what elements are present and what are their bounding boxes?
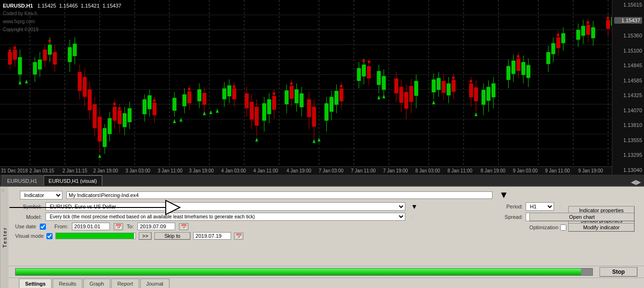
svg-rect-58: [88, 90, 91, 110]
bottom-progress-bar: [16, 269, 581, 275]
tab-prev-arrow[interactable]: ◀: [631, 178, 636, 186]
tab-report[interactable]: Report: [111, 279, 139, 288]
svg-rect-138: [324, 103, 328, 121]
svg-rect-116: [262, 103, 266, 121]
svg-rect-125: [290, 86, 294, 99]
chart-tab-1[interactable]: EURUSD,H1 (visual): [44, 175, 102, 186]
chart-symbol-title: EURUSD,H1 1.15425 1.15465 1.15421 1.1543…: [3, 3, 121, 9]
svg-rect-45: [48, 45, 52, 54]
svg-rect-193: [492, 83, 495, 97]
svg-rect-171: [432, 80, 436, 92]
svg-rect-130: [300, 93, 304, 107]
type-select[interactable]: Indicator Expert Advisor: [20, 191, 63, 199]
use-date-checkbox[interactable]: [40, 224, 46, 230]
svg-rect-65: [103, 128, 107, 147]
time-axis: 31 Dec 2018 2 Jan 03:15 2 Jan 11:15 2 Ja…: [0, 166, 612, 175]
close-button[interactable]: ✕: [1, 188, 5, 194]
svg-rect-149: [362, 64, 366, 76]
spread-label: Spread:: [505, 214, 523, 220]
tab-journal[interactable]: Journal: [140, 279, 170, 288]
symbol-dropdown-arrow[interactable]: ▼: [411, 203, 418, 210]
skip-to-date-input[interactable]: [193, 232, 231, 240]
svg-rect-73: [118, 107, 120, 109]
svg-rect-210: [556, 37, 560, 48]
svg-rect-39: [33, 62, 36, 74]
visual-mode-row: Visual mode >> Skip to 📅: [13, 232, 639, 240]
svg-rect-35: [18, 57, 22, 75]
visual-mode-label: Visual mode: [15, 233, 44, 239]
svg-rect-109: [245, 93, 249, 108]
period-select[interactable]: H1 M1 M5 M15 M30 H4 D1: [526, 202, 554, 211]
tab-results[interactable]: Results: [53, 279, 82, 288]
progress-bar-container: [55, 233, 136, 239]
from-calendar-button[interactable]: 📅: [114, 223, 123, 230]
tab-nav-arrows: ◀ ▶: [628, 178, 644, 186]
svg-rect-161: [394, 79, 398, 93]
dropdown-arrow-indicator[interactable]: ▼: [499, 189, 509, 200]
svg-rect-163: [399, 87, 403, 103]
chart-tab-0[interactable]: EURUSD,H1: [2, 175, 43, 186]
svg-rect-150: [362, 60, 365, 62]
tab-settings[interactable]: Settings: [19, 279, 52, 288]
svg-rect-46: [48, 40, 51, 42]
price-scale: 1.15615 1.15437 1.15360 1.15100 1.14845 …: [612, 0, 644, 175]
bottom-progress-row: Stop: [9, 266, 644, 278]
svg-rect-81: [148, 95, 152, 109]
svg-rect-169: [414, 81, 418, 96]
tab-next-arrow[interactable]: ▶: [636, 178, 641, 186]
tester-panel: Tester ✕ Indicator Expert Advisor ▼ Symb…: [0, 187, 644, 288]
model-row: Model: Every tick (the most precise meth…: [13, 213, 639, 221]
visual-mode-checkbox[interactable]: [46, 233, 53, 239]
model-select[interactable]: Every tick (the most precise method base…: [45, 213, 405, 221]
svg-rect-204: [527, 65, 530, 78]
tab-graph[interactable]: Graph: [83, 279, 110, 288]
period-dropdown-arrow[interactable]: ▼: [557, 203, 564, 210]
to-date-input[interactable]: [137, 223, 175, 230]
to-calendar-button[interactable]: 📅: [179, 223, 188, 230]
symbol-row: Symbol: EURUSD, Euro vs US Dollar ▼ Peri…: [13, 202, 639, 211]
period-label: Period:: [506, 204, 523, 209]
use-date-label: Use date: [15, 224, 36, 229]
skip-calendar-button[interactable]: 📅: [234, 233, 243, 240]
svg-rect-176: [442, 81, 446, 93]
svg-rect-220: [587, 21, 589, 24]
svg-rect-102: [222, 89, 226, 99]
svg-rect-206: [546, 52, 550, 64]
svg-rect-219: [586, 25, 590, 35]
svg-rect-33: [13, 47, 16, 49]
skip-to-button[interactable]: Skip to: [154, 232, 190, 240]
from-date-input[interactable]: [72, 223, 110, 230]
watermark-line3: Copyright ©2019: [3, 27, 38, 32]
svg-rect-111: [250, 102, 253, 120]
svg-rect-84: [153, 99, 155, 102]
symbol-select[interactable]: EURUSD, Euro vs US Dollar: [45, 202, 405, 211]
svg-rect-106: [233, 89, 236, 99]
svg-rect-29: [8, 52, 12, 64]
modify-indicator-button[interactable]: Modify indicator: [568, 223, 635, 232]
chart-info: EURUSD,H1 1.15425 1.15465 1.15421 1.1543…: [3, 2, 121, 34]
chart-area: EURUSD,H1 1.15425 1.15465 1.15421 1.1543…: [0, 0, 644, 175]
svg-rect-69: [113, 107, 116, 120]
stop-button[interactable]: Stop: [599, 267, 637, 277]
optimization-checkbox[interactable]: [560, 225, 566, 231]
model-dropdown-arrow[interactable]: ▼: [409, 213, 416, 221]
svg-rect-60: [93, 104, 97, 128]
symbol-label: Symbol:: [13, 204, 42, 209]
svg-rect-77: [127, 108, 131, 122]
svg-rect-95: [197, 90, 201, 101]
svg-rect-200: [517, 55, 519, 57]
svg-rect-43: [43, 50, 47, 61]
indicator-path-input[interactable]: [66, 191, 492, 199]
fast-forward-button[interactable]: >>: [139, 232, 152, 240]
svg-rect-183: [469, 83, 473, 97]
svg-rect-126: [290, 82, 293, 85]
svg-rect-195: [506, 66, 510, 80]
svg-rect-48: [53, 52, 57, 64]
open-chart-button[interactable]: Open chart: [529, 213, 635, 221]
svg-rect-123: [285, 90, 288, 104]
tester-controls: Indicator Expert Advisor ▼ Symbol: EURUS…: [9, 187, 644, 266]
svg-rect-142: [334, 91, 338, 105]
svg-rect-107: [233, 85, 235, 88]
svg-rect-222: [591, 27, 595, 38]
svg-rect-167: [409, 86, 413, 102]
